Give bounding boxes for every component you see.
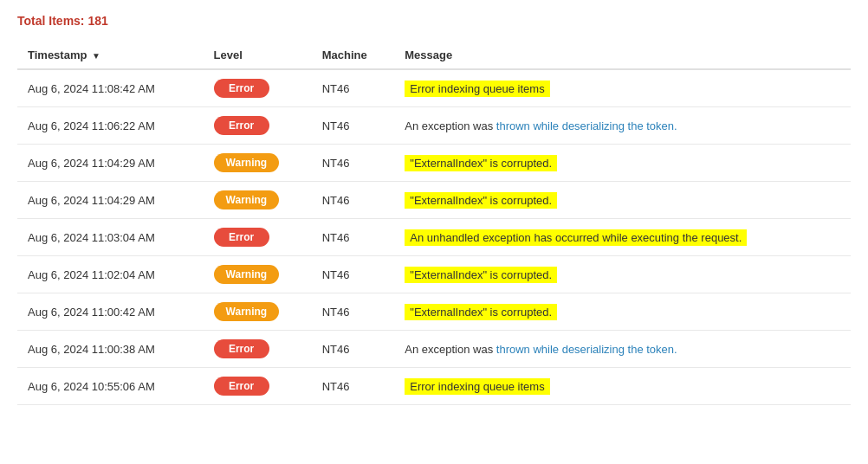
table-row: Aug 6, 2024 11:04:29 AMWarningNT46"Exter… — [17, 145, 851, 182]
level-badge-warning: Warning — [214, 153, 280, 172]
level-badge-error: Error — [214, 116, 269, 135]
cell-machine: NT46 — [312, 145, 395, 182]
cell-message: Error indexing queue items — [394, 368, 851, 405]
col-timestamp-label: Timestamp — [28, 48, 87, 61]
cell-timestamp: Aug 6, 2024 11:00:38 AM — [17, 331, 204, 368]
highlighted-message: "ExternalIndex" is corrupted. — [405, 192, 557, 209]
table-header: Timestamp ▼ Level Machine Message — [17, 42, 851, 69]
highlighted-message: Error indexing queue items — [405, 81, 549, 97]
total-items-label: Total Items: 181 — [17, 14, 851, 28]
cell-message: Error indexing queue items — [394, 69, 851, 107]
cell-timestamp: Aug 6, 2024 11:03:04 AM — [17, 219, 204, 256]
table-row: Aug 6, 2024 11:02:04 AMWarningNT46"Exter… — [17, 256, 851, 293]
col-level-label: Level — [214, 48, 243, 61]
level-badge-error: Error — [214, 228, 269, 247]
cell-machine: NT46 — [312, 182, 395, 219]
cell-level: Error — [204, 219, 312, 256]
highlighted-message: Error indexing queue items — [405, 378, 549, 395]
level-badge-error: Error — [214, 79, 269, 98]
cell-level: Error — [204, 107, 312, 145]
highlighted-message: "ExternalIndex" is corrupted. — [405, 267, 557, 283]
table-row: Aug 6, 2024 11:04:29 AMWarningNT46"Exter… — [17, 182, 851, 219]
col-machine: Machine — [312, 42, 395, 69]
cell-level: Warning — [204, 145, 312, 182]
cell-machine: NT46 — [312, 107, 395, 145]
level-badge-error: Error — [214, 339, 269, 358]
cell-timestamp: Aug 6, 2024 11:02:04 AM — [17, 256, 204, 293]
level-badge-warning: Warning — [214, 265, 280, 284]
cell-message: An exception was thrown while deserializ… — [394, 331, 851, 368]
level-badge-warning: Warning — [214, 190, 280, 209]
cell-machine: NT46 — [312, 69, 395, 107]
cell-timestamp: Aug 6, 2024 11:08:42 AM — [17, 69, 204, 107]
cell-timestamp: Aug 6, 2024 11:04:29 AM — [17, 145, 204, 182]
cell-machine: NT46 — [312, 331, 395, 368]
level-badge-error: Error — [214, 377, 269, 396]
table-row: Aug 6, 2024 11:03:04 AMErrorNT46An unhan… — [17, 219, 851, 256]
log-table: Timestamp ▼ Level Machine Message Aug 6,… — [17, 42, 851, 405]
cell-message: "ExternalIndex" is corrupted. — [394, 145, 851, 182]
cell-level: Error — [204, 368, 312, 405]
cell-level: Warning — [204, 293, 312, 331]
cell-machine: NT46 — [312, 368, 395, 405]
main-container: Total Items: 181 Timestamp ▼ Level Machi… — [0, 0, 868, 419]
col-timestamp[interactable]: Timestamp ▼ — [17, 42, 204, 69]
table-row: Aug 6, 2024 11:06:22 AMErrorNT46An excep… — [17, 107, 851, 145]
col-level: Level — [204, 42, 312, 69]
table-row: Aug 6, 2024 11:00:38 AMErrorNT46An excep… — [17, 331, 851, 368]
message-link-text: thrown while deserializing the token. — [496, 343, 677, 356]
col-message-label: Message — [405, 48, 452, 61]
cell-timestamp: Aug 6, 2024 10:55:06 AM — [17, 368, 204, 405]
level-badge-warning: Warning — [214, 302, 280, 321]
cell-message: "ExternalIndex" is corrupted. — [394, 256, 851, 293]
sort-icon: ▼ — [92, 51, 100, 61]
highlighted-message: "ExternalIndex" is corrupted. — [405, 304, 557, 320]
cell-level: Warning — [204, 256, 312, 293]
cell-timestamp: Aug 6, 2024 11:04:29 AM — [17, 182, 204, 219]
col-message: Message — [394, 42, 851, 69]
cell-message: An unhandled exception has occurred whil… — [394, 219, 851, 256]
table-body: Aug 6, 2024 11:08:42 AMErrorNT46Error in… — [17, 69, 851, 405]
highlighted-message: "ExternalIndex" is corrupted. — [405, 155, 557, 171]
cell-timestamp: Aug 6, 2024 11:06:22 AM — [17, 107, 204, 145]
cell-level: Warning — [204, 182, 312, 219]
table-row: Aug 6, 2024 11:00:42 AMWarningNT46"Exter… — [17, 293, 851, 331]
highlighted-message: An unhandled exception has occurred whil… — [405, 229, 747, 246]
message-link-text: thrown while deserializing the token. — [496, 119, 677, 132]
cell-machine: NT46 — [312, 256, 395, 293]
table-row: Aug 6, 2024 10:55:06 AMErrorNT46Error in… — [17, 368, 851, 405]
cell-machine: NT46 — [312, 293, 395, 331]
cell-level: Error — [204, 331, 312, 368]
table-row: Aug 6, 2024 11:08:42 AMErrorNT46Error in… — [17, 69, 851, 107]
cell-message: "ExternalIndex" is corrupted. — [394, 182, 851, 219]
cell-level: Error — [204, 69, 312, 107]
cell-timestamp: Aug 6, 2024 11:00:42 AM — [17, 293, 204, 331]
cell-machine: NT46 — [312, 219, 395, 256]
cell-message: An exception was thrown while deserializ… — [394, 107, 851, 145]
cell-message: "ExternalIndex" is corrupted. — [394, 293, 851, 331]
col-machine-label: Machine — [322, 48, 367, 61]
